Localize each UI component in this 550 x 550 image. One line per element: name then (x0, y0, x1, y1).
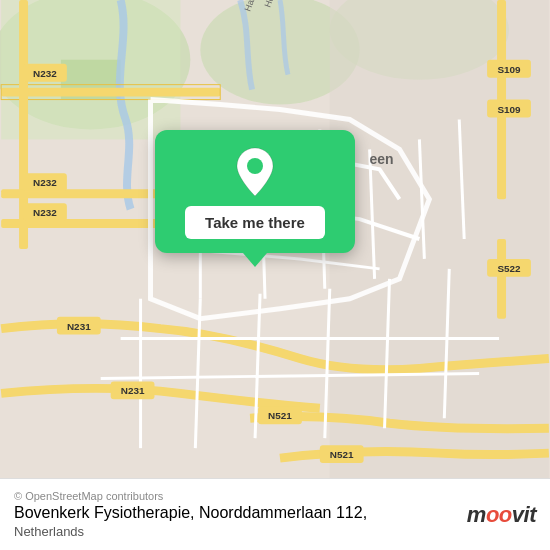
svg-text:N232: N232 (33, 68, 57, 79)
copyright-text: © OpenStreetMap contributors (14, 490, 367, 502)
location-name: Bovenkerk Fysiotherapie, Noorddammerlaan… (14, 504, 367, 521)
svg-text:N521: N521 (268, 410, 292, 421)
svg-text:N232: N232 (33, 177, 57, 188)
app-container: N232 N232 N232 N231 N231 N521 N521 S109 … (0, 0, 550, 550)
svg-text:N231: N231 (67, 321, 91, 332)
location-country: Netherlands (14, 524, 367, 539)
location-pin-icon (233, 146, 277, 198)
svg-text:N521: N521 (330, 449, 354, 460)
take-me-there-button[interactable]: Take me there (185, 206, 325, 239)
openstreetmap-link: OpenStreetMap contributors (25, 490, 163, 502)
moovit-logo-area: moovit (467, 502, 536, 528)
svg-text:N232: N232 (33, 207, 57, 218)
svg-rect-13 (497, 239, 506, 319)
svg-text:S522: S522 (497, 263, 521, 274)
svg-rect-7 (1, 88, 220, 97)
svg-text:S109: S109 (497, 64, 521, 75)
svg-text:S109: S109 (497, 104, 521, 115)
footer: © OpenStreetMap contributors Bovenkerk F… (0, 478, 550, 550)
map-area[interactable]: N232 N232 N232 N231 N231 N521 N521 S109 … (0, 0, 550, 478)
footer-info: © OpenStreetMap contributors Bovenkerk F… (14, 490, 367, 539)
moovit-logo: moovit (467, 502, 536, 528)
location-title: Bovenkerk Fysiotherapie, Noorddammerlaan… (14, 504, 367, 522)
copyright-symbol: © (14, 490, 22, 502)
svg-point-37 (247, 158, 263, 174)
location-popup: Take me there (155, 130, 355, 253)
svg-text:N231: N231 (121, 385, 145, 396)
svg-text:een: een (370, 151, 394, 167)
